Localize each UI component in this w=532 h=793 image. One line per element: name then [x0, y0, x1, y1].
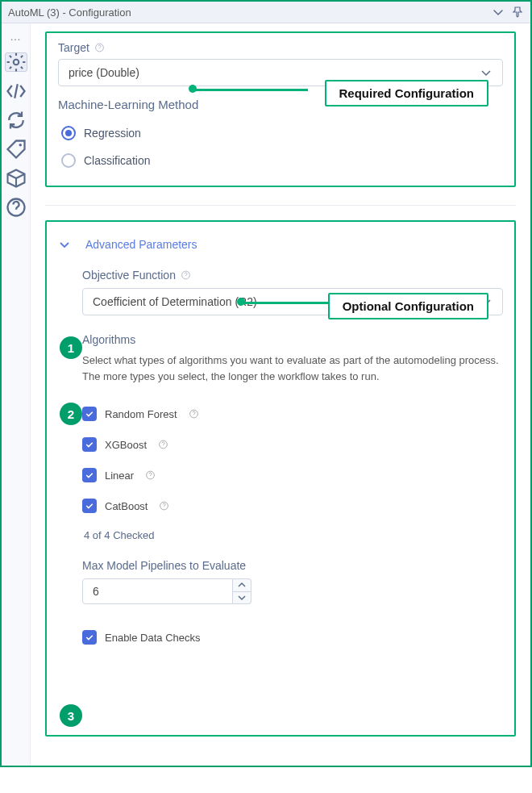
step-badge-2: 2: [60, 403, 82, 425]
algorithms-help-text: Select what types of algorithms you want…: [82, 353, 503, 384]
pin-icon[interactable]: [511, 6, 524, 19]
annotation-line: [192, 89, 308, 91]
max-pipelines-group: Max Model Pipelines to Evaluate 6: [82, 559, 503, 604]
algorithm-label: XGBoost: [105, 439, 147, 451]
chevron-down-icon[interactable]: [492, 6, 505, 19]
svg-point-1: [19, 144, 22, 147]
max-pipelines-input[interactable]: 6: [82, 578, 233, 604]
rail-more-icon[interactable]: …: [10, 30, 22, 43]
algorithms-label: Algorithms: [82, 333, 503, 346]
objective-function-label: Objective Function: [82, 269, 503, 282]
radio-icon: [61, 126, 76, 140]
checkbox-checked-icon: [82, 468, 97, 482]
radio-icon: [61, 153, 76, 168]
spinner-down-icon[interactable]: [233, 592, 251, 604]
algorithm-checkbox[interactable]: Linear: [82, 460, 503, 490]
rail-code-icon[interactable]: [5, 81, 27, 101]
radio-classification[interactable]: Classification: [58, 147, 503, 174]
help-icon[interactable]: [181, 270, 191, 281]
required-config-section: Target price (Double) Machine-Learning M…: [45, 31, 516, 187]
window-title: AutoML (3) - Configuration: [8, 6, 131, 19]
required-config-callout: Required Configuration: [325, 80, 489, 106]
rail-tag-icon[interactable]: [5, 140, 27, 159]
divider: [45, 205, 516, 206]
radio-classification-label: Classification: [84, 154, 150, 167]
target-label-text: Target: [58, 41, 89, 54]
algorithm-label: Random Forest: [105, 408, 177, 420]
objective-function-label-text: Objective Function: [82, 269, 176, 282]
algorithm-label: Linear: [105, 470, 134, 482]
algorithm-checkbox[interactable]: CatBoost: [82, 490, 503, 521]
max-pipelines-label: Max Model Pipelines to Evaluate: [82, 559, 503, 572]
help-icon[interactable]: [189, 409, 199, 419]
enable-data-checks-label: Enable Data Checks: [105, 632, 201, 644]
checkbox-checked-icon: [82, 630, 97, 645]
help-icon[interactable]: [159, 501, 169, 511]
window-titlebar: AutoML (3) - Configuration: [2, 2, 530, 23]
checkbox-checked-icon: [82, 407, 97, 421]
rail-settings-icon[interactable]: [5, 52, 27, 72]
enable-data-checks-checkbox[interactable]: Enable Data Checks: [82, 622, 503, 653]
step-badge-1: 1: [60, 336, 82, 359]
optional-config-callout: Optional Configuration: [328, 293, 488, 319]
algorithms-group: Algorithms Select what types of algorith…: [82, 333, 503, 541]
step-badge-3: 3: [60, 704, 82, 727]
algorithm-label: CatBoost: [105, 500, 148, 512]
target-label: Target: [58, 41, 503, 54]
rail-refresh-icon[interactable]: [5, 111, 27, 130]
annotation-line: [240, 302, 334, 304]
algorithm-checkbox[interactable]: Random Forest: [82, 399, 503, 429]
help-icon[interactable]: [158, 440, 168, 450]
help-icon[interactable]: [94, 43, 105, 53]
chevron-down-icon: [58, 238, 71, 251]
side-rail: …: [2, 23, 31, 766]
algorithm-checkbox[interactable]: XGBoost: [82, 429, 503, 460]
advanced-parameters-label: Advanced Parameters: [85, 238, 197, 251]
chevron-down-icon: [480, 66, 493, 79]
svg-point-0: [13, 60, 19, 65]
radio-regression[interactable]: Regression: [58, 119, 503, 147]
spinner-up-icon[interactable]: [233, 579, 251, 592]
checkbox-checked-icon: [82, 437, 97, 452]
rail-cube-icon[interactable]: [5, 169, 27, 188]
rail-help-icon[interactable]: [5, 198, 27, 217]
advanced-parameters-toggle[interactable]: Advanced Parameters: [58, 238, 503, 251]
checkbox-checked-icon: [82, 499, 97, 513]
objective-function-value: Coefficient of Determination (R2): [93, 295, 257, 308]
help-icon[interactable]: [145, 470, 156, 481]
algorithms-count-text: 4 of 4 Checked: [84, 529, 503, 541]
target-select-value: price (Double): [69, 66, 139, 79]
radio-regression-label: Regression: [84, 127, 141, 140]
